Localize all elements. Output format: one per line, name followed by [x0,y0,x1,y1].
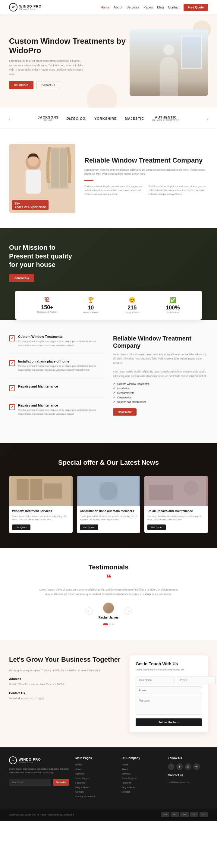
hero-title: Custom Window Treatments by WidoPro [9,36,130,55]
about-image: 25+ Years of Experience [9,144,75,213]
about-experience-badge: 25+ Years of Experience [12,200,49,210]
contact-phone-input[interactable] [135,686,202,694]
footer-newsletter-input[interactable] [9,779,51,786]
footer-contact-us-label: Contact us [168,774,208,777]
footer-link-about[interactable]: About [75,768,116,771]
services-inner: Custom Window Treatments Porttitor pulvi… [9,335,208,428]
stat-awards-icon: 🏆 [84,297,98,303]
social-facebook-icon[interactable]: f [168,763,175,770]
services-right: Reliable Window Treatment Company Lorem … [113,335,208,428]
news-card-1-body: Window Treatment Services Lorem ipsum do… [9,506,73,533]
logo-text: WINDO PRO [19,4,41,8]
footer-col-company-title: Du Company [121,756,161,760]
contact-message-input[interactable] [135,697,202,715]
contact-name-input[interactable] [135,676,175,684]
testimonial-dot-2[interactable] [109,623,111,625]
footer-col-follow: Follow Us f t in 📷 Contact us hello@wind… [168,756,208,800]
testimonial-dot-3[interactable] [112,623,114,625]
contact-submit-button[interactable]: Submit the form [135,718,202,726]
testimonial-next-button[interactable]: › [124,608,132,615]
payment-discover: DP [199,812,208,817]
service-list-item-2: Installation [113,387,208,390]
svg-rect-9 [30,479,42,500]
nav-cta-button[interactable]: Free Quote [184,4,208,11]
footer-company-link-home[interactable]: Home [121,763,161,766]
footer-company-link-about[interactable]: About [121,768,161,771]
social-instagram-icon[interactable]: 📷 [193,763,200,770]
nav-services[interactable]: Services [127,5,139,9]
news-card-1-btn[interactable]: Get Quote [12,525,30,530]
footer-link-contact[interactable]: Contact [75,790,116,793]
hero-get-started-button[interactable]: Get Started [9,81,33,89]
footer-link-features[interactable]: Features [75,781,116,784]
footer-company-link-features[interactable]: Features [121,781,161,784]
services-left: Custom Window Treatments Porttitor pulvi… [9,335,104,428]
services-right-desc2: Fuet lacus mauris iaculis adipiscing urn… [113,369,208,378]
footer-col-main-pages-title: Main Pages [75,756,116,760]
footer-link-blog[interactable]: Blog & News [75,786,116,789]
footer-address-label: Address [9,677,121,681]
news-card-1: Window Treatment Services Lorem ipsum do… [9,476,73,533]
contact-email-input[interactable] [177,676,216,684]
news-card-2-btn[interactable]: Get Quote [80,525,98,530]
services-right-title: Reliable Window Treatment Company [113,335,208,349]
footer-link-privacy[interactable]: Privacy Statement [75,795,116,798]
nav-home[interactable]: Home [101,5,110,9]
news-card-2: Consultation done our team members Lorem… [77,476,141,533]
footer-link-team[interactable]: Team Support [75,777,116,780]
news-card-2-title: Consultation done our team members [80,509,137,513]
footer-cta-section: Let's Grow Your Business Together Massa … [0,640,217,747]
mission-contact-button[interactable]: Contact Us [9,274,34,282]
stat-completed-icon: 🏗 [37,297,57,303]
footer-company-link-contact[interactable]: Contact [121,790,161,793]
svg-rect-2 [51,148,59,188]
payment-paypal: PP [180,812,189,817]
news-card-3-btn[interactable]: Get Quote [147,525,166,530]
mission-title: Our Mission to Present best quality for … [9,243,82,269]
hero-buttons: Get Started Contact Us [9,81,130,89]
nav-blog[interactable]: Blog [157,5,164,9]
person-body [160,57,178,96]
service-list-item-1: Custom Window Treatments [113,382,208,385]
news-card-3-title: Do all Repairs and Maintenance [147,509,205,513]
nav-links: Home About Services Pages Blog Contact F… [101,4,208,11]
news-card-3: Do all Repairs and Maintenance Lorem ips… [144,476,208,533]
hero-contact-button[interactable]: Contact Us [36,81,60,89]
testimonial-prev-button[interactable]: ‹ [85,608,93,615]
stat-awards-number: 10 [84,305,98,311]
service-text-1: Custom Window Treatments Porttitor pulvi… [18,335,104,347]
stat-clients-icon: 😊 [124,297,140,303]
footer-newsletter-button[interactable]: Subscribe [53,779,69,786]
nav-contact[interactable]: Contact [168,5,179,9]
brand-jacksons: JACKSONS BLIND [38,116,59,121]
service-text-2: Installation at any place of home Portti… [18,360,104,372]
footer-company-link-blog[interactable]: Blog & News [121,786,161,789]
footer-col-main-pages: Main Pages Home About Services Team Supp… [75,756,116,800]
nav-about[interactable]: About [114,5,122,9]
news-card-1-svg [9,476,73,506]
stat-awards-label: Awards Won+ [84,311,98,314]
footer-link-home[interactable]: Home [75,763,116,766]
services-read-more-button[interactable]: Read More [113,408,136,415]
service-text-4: Repairs and Maintenance Porttitor pulvin… [18,404,104,416]
footer-logo-icon: W [9,756,17,764]
brands-next-button[interactable]: › [205,116,211,121]
contact-form-description: Lorem ipsum dolor consectetur adipiscing… [135,668,202,672]
services-list: Custom Window Treatments Installation Me… [113,382,208,404]
brand-majestic: MAJESTIC [124,117,145,120]
brands-prev-button[interactable]: ‹ [6,116,12,121]
navbar: W WINDO PRO Window & Door Home About Ser… [0,0,217,14]
testimonial-dot-1[interactable] [103,623,108,625]
brands-section: ‹ JACKSONS BLIND Diego Co. YORKSHIRE MAJ… [0,108,217,129]
footer-company-link-services[interactable]: Services [121,772,161,775]
service-check-2 [9,360,15,366]
nav-pages[interactable]: Pages [144,5,153,9]
logo[interactable]: W WINDO PRO Window & Door [9,3,41,11]
social-twitter-icon[interactable]: t [176,763,183,770]
about-col-1: Porttitor pulvinar fringilla nam aliquam… [84,185,144,200]
testimonial-text: Lorem ipsum dolor sit amet consectetur a… [36,588,181,597]
social-linkedin-icon[interactable]: in [185,763,191,770]
footer-company-link-team[interactable]: Team Support [121,777,161,780]
footer-link-services[interactable]: Services [75,772,116,775]
footer-col-follow-title: Follow Us [168,756,208,760]
